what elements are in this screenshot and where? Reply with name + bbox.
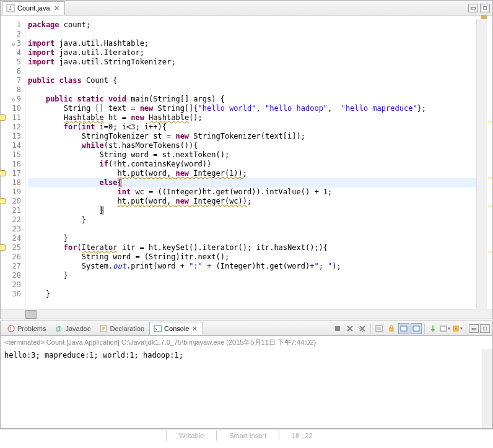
vertical-scrollbar[interactable] (476, 19, 486, 309)
code-area[interactable]: 123⊖456789⊖10111213141516171819202122232… (1, 19, 492, 309)
svg-text:J: J (9, 5, 12, 11)
maximize-button[interactable]: □ (480, 4, 490, 12)
svg-rect-9 (390, 328, 393, 331)
status-bar: Writable Smart Insert 18 : 22 (0, 429, 493, 441)
view-tab-bar: ! Problems @ Javadoc Declaration Console… (1, 321, 492, 336)
horizontal-scrollbar[interactable] (1, 309, 492, 319)
status-writable: Writable (179, 432, 204, 439)
tab-console[interactable]: Console ✕ (149, 322, 203, 335)
console-icon (154, 324, 162, 333)
pin-console-button[interactable] (427, 323, 438, 334)
maximize-view-button[interactable]: □ (480, 324, 490, 333)
tab-label: Count.java (17, 4, 50, 12)
svg-text:!: ! (10, 326, 11, 332)
overview-ruler[interactable] (486, 19, 492, 309)
svg-text:+: + (455, 327, 457, 331)
declaration-icon (99, 324, 108, 333)
clear-console-button[interactable] (373, 323, 385, 334)
svg-text:@: @ (56, 325, 62, 332)
remove-launch-button[interactable] (344, 323, 356, 334)
show-console-button[interactable] (398, 323, 409, 334)
editor-window-controls: ▭ □ (468, 4, 490, 12)
line-number-gutter: 123⊖456789⊖10111213141516171819202122232… (1, 19, 25, 309)
close-icon[interactable]: ✕ (53, 4, 61, 12)
java-file-icon: J (6, 4, 15, 12)
svg-rect-11 (413, 326, 419, 331)
remove-all-button[interactable] (357, 323, 368, 334)
console-pane: ! Problems @ Javadoc Declaration Console… (0, 321, 493, 429)
editor-tab[interactable]: J Count.java ✕ (2, 1, 65, 15)
console-vertical-scrollbar[interactable] (482, 349, 492, 428)
svg-rect-6 (154, 325, 162, 332)
console-output[interactable]: hello:3; mapreduce:1; world:1; hadoop:1; (1, 349, 492, 428)
code-content[interactable]: package count;import java.util.Hashtable… (25, 19, 476, 309)
tab-problems[interactable]: ! Problems (3, 322, 50, 335)
svg-rect-7 (335, 326, 340, 331)
problems-icon: ! (7, 324, 15, 333)
display-selected-button[interactable]: ▼ (440, 323, 451, 334)
svg-rect-10 (401, 326, 407, 331)
minimize-button[interactable]: ▭ (468, 4, 478, 12)
close-icon[interactable]: ✕ (191, 325, 199, 333)
console-toolbar: ▼ +▼ ▭ □ (332, 323, 490, 334)
svg-rect-12 (440, 326, 447, 331)
tab-javadoc[interactable]: @ Javadoc (51, 322, 94, 335)
terminate-button[interactable] (332, 323, 343, 334)
editor-pane: J Count.java ✕ ▭ □ 123⊖456789⊖1011121314… (0, 0, 493, 319)
show-stderr-button[interactable] (411, 323, 422, 334)
minimize-view-button[interactable]: ▭ (469, 324, 479, 333)
console-process-label: <terminated> Count [Java Application] C:… (1, 336, 492, 349)
editor-tab-bar: J Count.java ✕ ▭ □ (1, 1, 492, 15)
scroll-lock-button[interactable] (386, 323, 397, 334)
javadoc-icon: @ (55, 324, 63, 333)
open-console-button[interactable]: +▼ (452, 323, 463, 334)
tab-declaration[interactable]: Declaration (95, 322, 148, 335)
status-cursor-position: 18 : 22 (292, 432, 313, 439)
status-insert-mode: Smart Insert (229, 432, 266, 439)
